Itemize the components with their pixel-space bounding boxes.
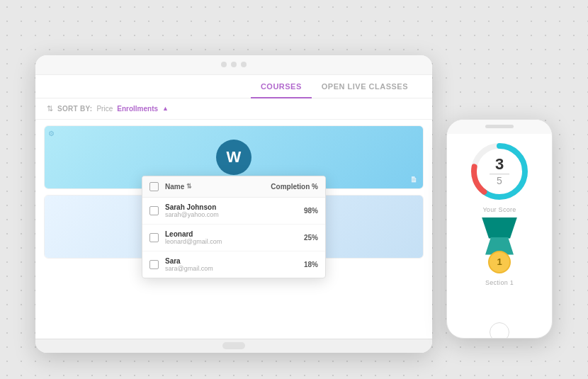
score-numerator: 3 [490, 157, 509, 172]
dt-user-email-2: sara@gmail.com [165, 265, 254, 272]
dt-name-sort-icon[interactable]: ⇅ [186, 183, 192, 190]
tablet-bottom [35, 339, 432, 353]
dt-header-checkbox[interactable] [149, 182, 159, 191]
sort-price-option[interactable]: Price [96, 105, 113, 113]
dt-completion-1: 25% [254, 234, 318, 242]
tablet-home-button[interactable] [222, 342, 245, 349]
dt-check-col-0 [149, 206, 165, 215]
score-divider [490, 174, 509, 175]
dt-user-name-0: Sarah Johnson [165, 203, 254, 211]
section-label: Section 1 [485, 279, 514, 286]
dt-completion-2: 18% [254, 261, 318, 268]
dt-checkbox-2[interactable] [149, 260, 159, 269]
tabs-bar: COURSES OPEN LIVE CLASSES [35, 75, 432, 98]
tab-courses[interactable]: COURSES [251, 75, 312, 98]
dt-name-col-header: Name ⇅ [165, 183, 254, 191]
tablet-top-bar [35, 55, 432, 75]
dt-name-label: Name [165, 183, 184, 191]
dt-user-info-1: Leonard leonard@gmail.com [165, 230, 254, 245]
medal-rank: 1 [488, 251, 511, 273]
phone-content: 3 5 Your Score 1 Section 1 [447, 134, 552, 327]
dt-user-info-0: Sarah Johnson sarah@yahoo.com [165, 203, 254, 218]
dt-check-col-2 [149, 260, 165, 269]
dt-completion-0: 98% [254, 207, 318, 215]
dt-completion-col-header: Completion % [254, 183, 318, 191]
medal-top [482, 217, 517, 239]
wordpress-logo: W [216, 140, 251, 175]
tablet: COURSES OPEN LIVE CLASSES ⇅ SORT BY: Pri… [35, 55, 432, 353]
score-denominator: 5 [490, 176, 509, 186]
tablet-dot-2 [231, 62, 237, 67]
enrollment-row-2[interactable]: Sara sara@gmail.com 18% [142, 251, 325, 278]
dt-user-info-2: Sara sara@gmail.com [165, 257, 254, 272]
dt-header-check-col [149, 182, 165, 191]
dt-checkbox-0[interactable] [149, 206, 159, 215]
enrollment-row-0[interactable]: Sarah Johnson sarah@yahoo.com 98% [142, 198, 325, 225]
phone: 3 5 Your Score 1 Section 1 [446, 119, 553, 339]
enrollment-dropdown: Name ⇅ Completion % Sarah Johnson sarah@… [142, 176, 326, 278]
tablet-dot-3 [241, 62, 247, 67]
phone-bottom-bar [447, 327, 552, 338]
scene: COURSES OPEN LIVE CLASSES ⇅ SORT BY: Pri… [25, 20, 563, 360]
enrollment-row-1[interactable]: Leonard leonard@gmail.com 25% [142, 225, 325, 251]
sort-by-label: SORT BY: [57, 105, 92, 113]
tablet-dot [221, 62, 227, 67]
medal: 1 [482, 217, 517, 273]
dt-user-name-2: Sara [165, 257, 254, 265]
phone-top-bar [447, 120, 552, 134]
donut-chart: 3 5 [468, 140, 531, 203]
donut-center: 3 5 [490, 157, 509, 186]
tab-live-classes[interactable]: OPEN LIVE CLASSES [312, 75, 418, 98]
phone-speaker [485, 125, 514, 128]
dt-user-name-1: Leonard [165, 230, 254, 238]
dt-header: Name ⇅ Completion % [142, 176, 325, 198]
sort-bar: ⇅ SORT BY: Price Enrollments ▲ [35, 98, 432, 120]
dt-user-email-1: leonard@gmail.com [165, 238, 254, 245]
dt-checkbox-1[interactable] [149, 233, 159, 242]
dt-check-col-1 [149, 233, 165, 242]
sort-icon: ⇅ [47, 104, 53, 113]
dt-user-email-0: sarah@yahoo.com [165, 211, 254, 218]
sort-direction-icon[interactable]: ▲ [162, 105, 169, 112]
your-score-label: Your Score [482, 206, 516, 213]
sort-enrollments-option[interactable]: Enrollments [117, 105, 158, 113]
